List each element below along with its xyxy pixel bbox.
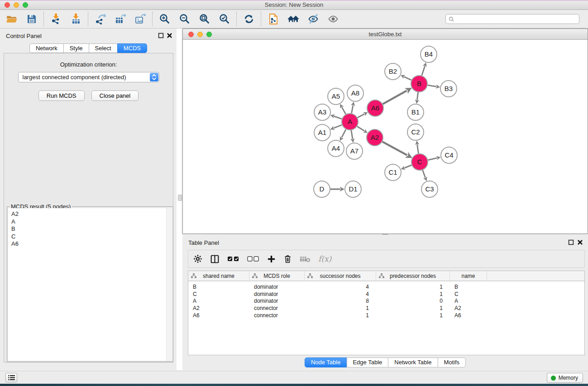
graph-node-B1[interactable]: B1 [407, 104, 424, 120]
tab-motifs[interactable]: Motifs [437, 357, 466, 367]
tab-network-table[interactable]: Network Table [388, 357, 438, 367]
export-image-icon[interactable] [134, 13, 146, 25]
graph-node-C1[interactable]: C1 [385, 164, 401, 181]
column-header-shared-name[interactable]: shared name [188, 271, 249, 281]
table-row[interactable]: Adominator80A [188, 297, 584, 305]
search-field[interactable] [445, 14, 579, 24]
graph-node-D[interactable]: D [314, 181, 330, 197]
graph-edge-B-B2[interactable] [404, 77, 411, 81]
table-settings-icon[interactable] [193, 254, 202, 263]
tab-node-table[interactable]: Node Table [305, 357, 347, 367]
minimize-window-button[interactable] [14, 2, 19, 8]
result-item[interactable]: A6 [11, 240, 172, 248]
result-item[interactable]: A2 [11, 210, 172, 218]
float-panel-icon[interactable] [158, 33, 164, 38]
graph-edge-C-C3[interactable] [423, 170, 425, 178]
close-network-button[interactable] [188, 32, 194, 37]
graph-node-A5[interactable]: A5 [328, 88, 344, 105]
vertical-split-handle[interactable] [178, 195, 182, 201]
graph-node-B3[interactable]: B3 [440, 81, 457, 97]
float-table-panel-icon[interactable] [568, 239, 574, 245]
table-row[interactable]: A6connector11A6 [188, 312, 584, 319]
criterion-dropdown[interactable]: largest connected component (directed) [18, 72, 159, 82]
graph-edge-A-A6[interactable] [358, 114, 364, 118]
graph-edge-A-A3[interactable] [334, 116, 342, 119]
graph-node-C3[interactable]: C3 [421, 181, 438, 197]
result-scrollbar[interactable] [166, 208, 172, 361]
minimize-network-button[interactable] [197, 32, 203, 37]
graph-node-A[interactable]: A [342, 114, 358, 130]
graph-node-A8[interactable]: A8 [347, 85, 363, 101]
graph-edge-C-C1[interactable] [404, 165, 411, 168]
delete-row-icon[interactable] [283, 254, 292, 263]
graph-node-D1[interactable]: D1 [345, 181, 361, 197]
graph-node-A4[interactable]: A4 [328, 140, 344, 157]
column-header-successor-nodes[interactable]: successor nodes [305, 271, 376, 281]
graph-node-B2[interactable]: B2 [385, 63, 401, 80]
zoom-in-icon[interactable] [158, 13, 171, 25]
graph-edge-B-B3[interactable] [428, 85, 436, 86]
save-session-icon[interactable] [25, 13, 38, 25]
table-row[interactable]: Bdominator41B [188, 283, 584, 291]
graph-node-C4[interactable]: C4 [441, 147, 457, 163]
run-mcds-button[interactable]: Run MCDS [38, 91, 85, 101]
column-header-mcds-role[interactable]: MCDS role [249, 271, 305, 281]
close-panel-icon[interactable] [167, 33, 172, 38]
close-window-button[interactable] [5, 2, 10, 8]
add-row-icon[interactable] [267, 255, 276, 263]
tab-network[interactable]: Network [29, 43, 64, 53]
zoom-network-button[interactable] [206, 32, 212, 37]
close-table-panel-icon[interactable] [577, 239, 583, 245]
graph-node-B[interactable]: B [411, 76, 427, 92]
unselect-all-icon[interactable] [247, 256, 259, 262]
graph-edge-C-C4[interactable] [428, 158, 437, 160]
tab-mcds[interactable]: MCDS [117, 43, 147, 53]
column-header-name[interactable]: name [450, 271, 487, 281]
graph-node-C2[interactable]: C2 [407, 124, 424, 140]
network-canvas[interactable]: B4B2BB3A8A5A6A3B1AC2A1A2A4A7C4CC1C3DD1 [183, 40, 588, 234]
memory-button[interactable]: Memory [547, 373, 583, 383]
graph-node-A3[interactable]: A3 [314, 104, 330, 120]
zoom-out-icon[interactable] [178, 13, 191, 25]
graph-node-C[interactable]: C [411, 154, 428, 170]
export-network-icon[interactable] [94, 13, 106, 25]
graph-edge-A-A8[interactable] [352, 105, 353, 114]
task-history-button[interactable] [5, 373, 17, 382]
graph-node-A7[interactable]: A7 [346, 143, 363, 159]
graph-node-A2[interactable]: A2 [367, 129, 383, 146]
graph-edge-A-A2[interactable] [357, 126, 364, 131]
graph-node-A6[interactable]: A6 [367, 100, 383, 116]
select-all-icon[interactable] [227, 256, 239, 262]
hide-selected-icon[interactable] [307, 13, 319, 25]
tab-select[interactable]: Select [89, 43, 118, 53]
close-panel-button[interactable]: Close panel [91, 91, 139, 101]
table-row[interactable]: A2connector11A2 [188, 305, 584, 312]
show-columns-icon[interactable] [210, 254, 220, 264]
home-icon[interactable] [287, 13, 299, 25]
result-item[interactable]: C [11, 233, 172, 241]
result-item[interactable]: B [11, 225, 172, 233]
table-row[interactable]: Cdominator41C [188, 291, 584, 298]
import-network-icon[interactable] [50, 13, 62, 25]
tab-style[interactable]: Style [63, 43, 89, 53]
graph-edge-B-B1[interactable] [417, 92, 418, 100]
graph-edge-C-C2[interactable] [417, 144, 419, 153]
graph-node-A1[interactable]: A1 [314, 124, 330, 141]
refresh-view-icon[interactable] [243, 13, 255, 25]
graph-edge-A-A4[interactable] [342, 129, 346, 138]
export-table-icon[interactable] [114, 13, 126, 25]
result-item[interactable]: A [11, 218, 172, 226]
graph-node-B4[interactable]: B4 [421, 46, 437, 62]
column-header-predecessor-nodes[interactable]: predecessor nodes [376, 271, 450, 281]
zoom-fit-icon[interactable] [198, 13, 210, 25]
zoom-window-button[interactable] [23, 2, 28, 8]
graph-edge-A-A7[interactable] [351, 130, 353, 139]
mcds-result-list[interactable]: A2ABCA6 [8, 208, 172, 248]
import-table-icon[interactable] [70, 13, 82, 25]
graph-edge-A6-B[interactable] [383, 91, 407, 104]
open-network-file-icon[interactable] [267, 13, 279, 25]
graph-edge-A-A1[interactable] [334, 125, 342, 128]
tab-edge-table[interactable]: Edge Table [346, 357, 388, 367]
show-all-icon[interactable] [327, 13, 339, 25]
graph-edge-B-B4[interactable] [422, 66, 425, 76]
